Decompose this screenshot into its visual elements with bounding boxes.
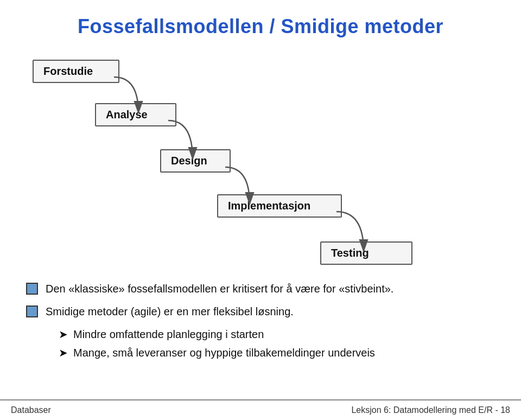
footer-right: Leksjon 6: Datamodellering med E/R - 18 (351, 405, 510, 415)
content-area: Den «klassiske» fossefallsmodellen er kr… (0, 271, 521, 360)
step-impl-label: Implementasjon (228, 200, 310, 212)
arrow-right-icon-1: ➤ (59, 327, 68, 342)
arrow-right-icon-2: ➤ (59, 345, 68, 360)
bullet-1-text: Den «klassiske» fossefallsmodellen er kr… (46, 281, 393, 296)
footer: Databaser Leksjon 6: Datamodellering med… (0, 399, 521, 420)
step-design-label: Design (171, 155, 207, 167)
diagram-area: Forstudie Analyse Design Implementasjon … (0, 43, 521, 271)
sub-bullets: ➤ Mindre omfattende planlegging i starte… (59, 327, 495, 360)
bullet-2-text: Smidige metoder (agile) er en mer fleksi… (46, 304, 294, 319)
step-forstudie-label: Forstudie (43, 65, 93, 77)
step-impl: Implementasjon (217, 194, 342, 218)
sub-bullet-1-text: Mindre omfattende planlegging i starten (73, 327, 264, 342)
bullet-1: Den «klassiske» fossefallsmodellen er kr… (26, 281, 495, 296)
step-analyse: Analyse (95, 103, 176, 126)
bullet-2: Smidige metoder (agile) er en mer fleksi… (26, 304, 495, 319)
sub-bullet-1: ➤ Mindre omfattende planlegging i starte… (59, 327, 495, 342)
sub-bullet-2: ➤ Mange, små leveranser og hyppige tilba… (59, 345, 495, 360)
step-design: Design (160, 149, 231, 173)
footer-left: Databaser (11, 405, 51, 415)
checkbox-icon-1 (26, 283, 38, 295)
sub-bullet-2-text: Mange, små leveranser og hyppige tilbake… (73, 345, 375, 360)
step-testing: Testing (320, 241, 412, 265)
step-testing-label: Testing (331, 247, 369, 259)
step-analyse-label: Analyse (106, 109, 148, 120)
step-forstudie: Forstudie (33, 60, 119, 83)
checkbox-icon-2 (26, 306, 38, 317)
page-title: Fossefallsmodellen / Smidige metoder (0, 0, 521, 38)
